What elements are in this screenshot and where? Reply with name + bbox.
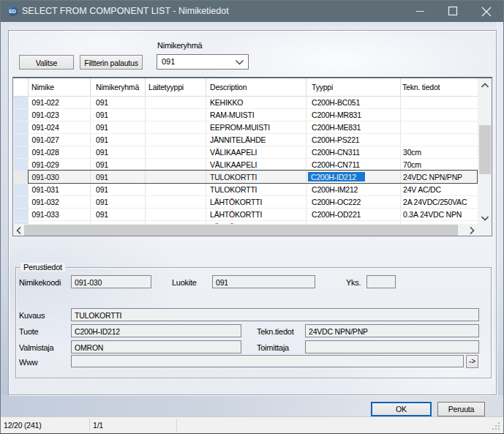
svg-text:ED: ED (9, 9, 16, 14)
